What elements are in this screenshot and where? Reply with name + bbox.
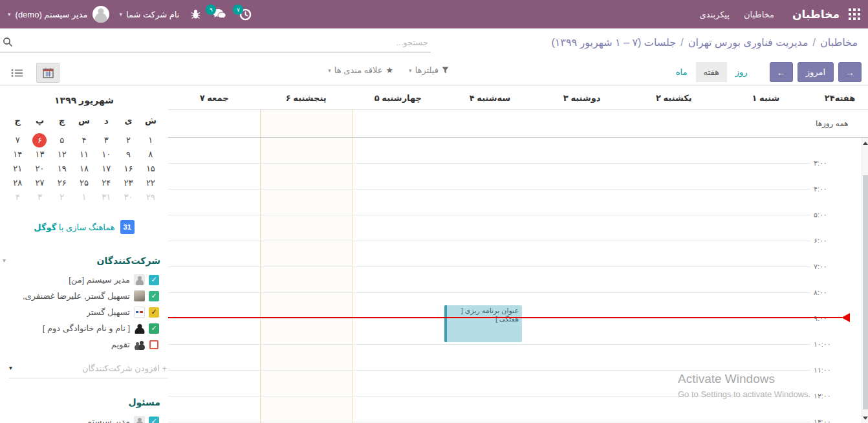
minical-day[interactable]: ۲۸ — [6, 176, 28, 190]
scale-month-button[interactable]: ماه — [676, 67, 688, 77]
all-day-cell[interactable] — [628, 110, 720, 137]
minical-day[interactable]: ۲۲ — [140, 176, 162, 190]
hour-line — [168, 370, 810, 371]
filters-dropdown[interactable]: فیلترها ▾ — [409, 65, 449, 75]
debug-menu[interactable] — [191, 9, 201, 19]
favorites-dropdown[interactable]: ★ علاقه مندی ها ▾ — [328, 65, 393, 75]
minical-day[interactable]: ۲۴ — [95, 176, 117, 190]
minical-day[interactable]: ۱ — [73, 190, 95, 204]
attendee-row[interactable]: ✓مدیر سیستم — [0, 413, 168, 423]
attendee-checkbox[interactable] — [149, 340, 158, 349]
scrollbar-thumb[interactable] — [863, 175, 868, 409]
calendar-event[interactable]: عنوان برنامه ریزی [ هفتگی ] — [444, 305, 522, 342]
minical-day[interactable]: ۱۶ — [117, 162, 139, 176]
minical-day[interactable]: ۳۱ — [95, 190, 117, 204]
minical-day[interactable]: ۲۶ — [51, 176, 73, 190]
minical-day[interactable]: ۱ — [140, 133, 162, 147]
attendee-checkbox[interactable]: ✓ — [149, 307, 159, 318]
attendee-name: [ نام و نام خانوادگی دوم ] — [43, 323, 130, 333]
all-day-cell[interactable] — [168, 110, 260, 137]
chevron-down-icon: ▾ — [120, 11, 123, 17]
minical-day[interactable]: ۱۸ — [73, 162, 95, 176]
day-column[interactable] — [260, 138, 353, 423]
company-switcher[interactable]: نام شرکت شما ▾ — [120, 10, 180, 19]
list-view-button[interactable] — [5, 63, 28, 83]
breadcrumb-link-contacts[interactable]: مخاطبان — [820, 37, 858, 48]
minical-day[interactable]: ۲ — [117, 133, 139, 147]
minical-day[interactable]: ۲۷ — [28, 176, 50, 190]
minical-day[interactable]: ۲۹ — [140, 190, 162, 204]
hour-line — [168, 292, 810, 293]
minical-day[interactable]: ۱۵ — [140, 162, 162, 176]
next-button[interactable]: → — [838, 62, 862, 82]
minical-day[interactable]: ۱۱ — [73, 147, 95, 162]
search-input[interactable] — [17, 34, 428, 50]
all-day-cell[interactable] — [536, 110, 628, 137]
minical-day[interactable]: ۲۵ — [73, 176, 95, 190]
minical-title: شهریور ۱۳۹۹ — [0, 95, 168, 105]
minical-day[interactable]: ۳۰ — [117, 190, 139, 204]
day-column[interactable] — [445, 138, 537, 423]
minical-day[interactable]: ۲ — [51, 190, 73, 204]
person-avatar — [134, 274, 145, 285]
minical-day[interactable]: ۱۰ — [95, 147, 117, 162]
day-column[interactable] — [353, 138, 445, 423]
search-bar[interactable] — [0, 34, 431, 52]
activity-menu[interactable]: ۷ — [239, 8, 252, 21]
minical-day[interactable]: ۱۲ — [51, 147, 73, 162]
menu-contacts[interactable]: مخاطبان — [744, 10, 774, 19]
day-column[interactable] — [536, 138, 628, 423]
all-day-cell[interactable] — [720, 110, 812, 137]
attendee-row[interactable]: تقویم — [0, 336, 168, 352]
all-day-cell[interactable] — [260, 110, 353, 137]
minical-day[interactable]: ۳ — [95, 133, 117, 147]
attendee-checkbox[interactable]: ✓ — [149, 291, 159, 301]
minical-day[interactable]: ۷ — [6, 133, 28, 147]
user-menu[interactable]: مدیر سیستم (demo) ▾ — [8, 6, 109, 23]
all-day-cell[interactable] — [353, 110, 445, 137]
group-avatar — [134, 339, 145, 350]
vertical-scrollbar[interactable] — [862, 138, 868, 423]
google-sync-link[interactable]: 31 هماهنگ سازی با گوگل — [0, 220, 168, 234]
hour-line — [168, 344, 810, 345]
minical-day[interactable]: ۵ — [51, 133, 73, 147]
menu-configuration[interactable]: پیکربندی — [699, 10, 729, 19]
calendar-view-button[interactable] — [36, 63, 60, 83]
minical-day[interactable]: ۹ — [117, 147, 139, 162]
minical-day[interactable]: ۲۳ — [117, 176, 139, 190]
app-title[interactable]: مخاطبان — [792, 8, 840, 21]
minical-day[interactable]: ۳ — [28, 190, 50, 204]
attendee-checkbox[interactable]: ✓ — [149, 417, 159, 423]
attendee-row[interactable]: ✓[ نام و نام خانوادگی دوم ] — [0, 320, 168, 336]
attendee-row[interactable]: ✓تسهیل گستر, علیرضا غضنفری, — [0, 288, 168, 304]
minical-day[interactable]: ۴ — [6, 190, 28, 204]
day-column[interactable] — [168, 138, 260, 423]
minical-day[interactable]: ۱۹ — [51, 162, 73, 176]
scale-day-button[interactable]: روز — [735, 67, 748, 77]
scale-week-button[interactable]: هفته — [696, 62, 727, 82]
minical-day[interactable]: ۲۰ — [28, 162, 50, 176]
minical-day[interactable]: ۸ — [140, 147, 162, 162]
attendee-checkbox[interactable]: ✓ — [149, 275, 159, 285]
minical-day[interactable]: ۱۳ — [28, 147, 50, 162]
add-attendee-input[interactable] — [9, 361, 168, 378]
today-button[interactable]: امروز — [797, 62, 834, 82]
minical-day[interactable]: ۴ — [73, 133, 95, 147]
scroll-down-arrow[interactable] — [863, 417, 868, 420]
minical-day[interactable]: ۱۴ — [6, 147, 28, 162]
minical-day[interactable]: ۶ — [28, 133, 50, 147]
minical-day[interactable]: ۱۷ — [95, 162, 117, 176]
prev-button[interactable]: ← — [770, 62, 793, 82]
chevron-down-icon[interactable]: ▾ — [3, 257, 6, 264]
breadcrumb-link-record[interactable]: مدیریت فناوری بورس تهران — [688, 37, 808, 48]
messages-menu[interactable]: ۹ — [212, 8, 228, 21]
attendee-row[interactable]: ✓تسهیل گستر — [0, 304, 168, 320]
apps-grid-icon[interactable] — [849, 8, 860, 20]
mini-calendar: شیدسچپج۱۲۳۴۵۶۷۸۹۱۰۱۱۱۲۱۳۱۴۱۵۱۶۱۷۱۸۱۹۲۰۲۱… — [0, 116, 168, 204]
scroll-up-arrow[interactable] — [863, 142, 868, 145]
chevron-down-icon[interactable]: ▾ — [9, 364, 12, 371]
attendee-checkbox[interactable]: ✓ — [149, 323, 159, 334]
all-day-cell[interactable] — [445, 110, 537, 137]
attendee-row[interactable]: ✓مدیر سیستم [من] — [0, 272, 168, 288]
minical-day[interactable]: ۲۱ — [6, 162, 28, 176]
